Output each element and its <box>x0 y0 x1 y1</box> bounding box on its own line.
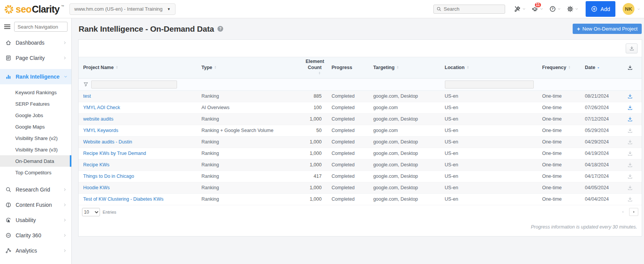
plus-icon: + <box>577 26 580 32</box>
document-icon <box>5 55 11 61</box>
sidebar-item-serp-features[interactable]: SERP Features <box>0 98 71 109</box>
date-cell: 04/18/2024 <box>580 159 617 171</box>
type-cell: Ranking <box>197 193 301 205</box>
tools-menu[interactable] <box>514 5 526 13</box>
settings-menu[interactable] <box>567 5 578 13</box>
download-cell <box>617 193 642 205</box>
date-cell: 04/17/2024 <box>580 171 617 182</box>
frequency-cell: One-time <box>538 102 580 113</box>
progress-update-note: Progress information is updated every 30… <box>79 219 642 236</box>
filter-row <box>79 78 642 90</box>
column-header-download[interactable] <box>617 57 642 79</box>
column-header-location[interactable]: Location <box>440 57 538 79</box>
domain-selector-label: www.hm.com (US-en) - Internal Training <box>74 6 163 12</box>
type-cell: Ranking <box>197 171 301 182</box>
project-name-cell: Hoodie KWs <box>79 182 197 193</box>
project-link[interactable]: Website audits - Dustin <box>83 139 132 145</box>
type-cell: AI Overviews <box>197 102 301 113</box>
brand-logo[interactable]: seo Clarity ™ <box>4 3 64 15</box>
project-link[interactable]: YMYL Keywords <box>83 128 118 133</box>
project-name-cell: Things to Do in Chicago <box>79 171 197 182</box>
targeting-cell: google.com, Desktop <box>369 148 440 159</box>
sidebar-item-page-clarity[interactable]: Page Clarity <box>0 50 71 66</box>
table-row: Recipe KWsRanking1,000Completedgoogle.co… <box>79 159 642 171</box>
entries-per-page-select[interactable]: 10 <box>82 208 100 216</box>
type-cell: Ranking <box>197 136 301 148</box>
hamburger-icon[interactable] <box>3 23 11 31</box>
table-row: Test of KW Clustering - Diabetes KWsRank… <box>79 193 642 205</box>
chevron-right-icon <box>63 41 67 45</box>
sidebar-search-input[interactable] <box>14 22 68 32</box>
project-name-filter-input[interactable] <box>91 80 177 89</box>
sidebar-item-research-grid[interactable]: Research Grid <box>0 182 71 197</box>
next-page-button[interactable] <box>629 208 638 216</box>
sidebar-item-on-demand-data[interactable]: On-Demand Data <box>0 155 71 167</box>
location-filter-input[interactable] <box>445 80 534 89</box>
analytics-icon <box>5 248 11 254</box>
filter-funnel-icon[interactable] <box>83 82 89 87</box>
chevron-right-icon <box>63 203 67 207</box>
sidebar-item-google-jobs[interactable]: Google Jobs <box>0 109 71 121</box>
project-link[interactable]: Test of KW Clustering - Diabetes KWs <box>83 196 163 202</box>
column-header-element-count[interactable]: Element Count <box>301 57 327 79</box>
sort-icon <box>465 65 470 70</box>
column-header-project-name[interactable]: Project Name <box>79 57 197 79</box>
chevron-down-icon <box>575 7 578 11</box>
column-header-frequency[interactable]: Frequency <box>538 57 580 79</box>
location-cell: US-en <box>440 193 538 205</box>
element-count-cell: 50 <box>301 125 327 136</box>
project-name-cell: Website audits - Dustin <box>79 136 197 148</box>
project-link[interactable]: Recipe KWs by True Demand <box>83 151 146 156</box>
column-header-date[interactable]: Date <box>580 57 617 79</box>
download-icon[interactable] <box>627 116 633 122</box>
project-link[interactable]: YMYL AOI Check <box>83 105 120 110</box>
sidebar-item-top-competitors[interactable]: Top Competitors <box>0 167 71 178</box>
sidebar-item-analytics[interactable]: Analytics <box>0 243 71 258</box>
help-menu[interactable]: ? <box>549 5 561 13</box>
new-on-demand-project-button[interactable]: + New On-Demand Project <box>573 24 642 34</box>
sidebar-item-content-fusion[interactable]: Content Fusion <box>0 197 71 212</box>
project-link[interactable]: website audits <box>83 116 113 122</box>
progress-cell: Completed <box>327 102 369 113</box>
column-header-label: Targeting <box>373 65 394 70</box>
clarity-360-icon: 360 <box>5 232 11 238</box>
avatar[interactable]: NK <box>623 3 634 15</box>
frequency-cell: One-time <box>538 125 580 136</box>
sidebar-item-google-maps[interactable]: Google Maps <box>0 121 71 132</box>
download-icon <box>627 127 633 134</box>
sidebar-item-dashboards[interactable]: Dashboards <box>0 35 71 50</box>
table-row: Things to Do in ChicagoRanking417Complet… <box>79 171 642 182</box>
bar-chart-icon <box>5 74 11 80</box>
announcements-menu[interactable]: 11 <box>531 5 543 13</box>
type-cell: Ranking <box>197 182 301 193</box>
sidebar-item-keyword-rankings[interactable]: Keyword Rankings <box>0 87 71 98</box>
type-cell: Ranking <box>197 113 301 125</box>
table-row: YMYL AOI CheckAI Overviews100Completedgo… <box>79 102 642 113</box>
column-header-targeting[interactable]: Targeting <box>369 57 440 79</box>
project-link[interactable]: Hoodie KWs <box>83 185 109 190</box>
add-button[interactable]: Add <box>586 1 615 17</box>
download-cell <box>617 136 642 148</box>
search-icon <box>5 187 11 193</box>
frequency-cell: One-time <box>538 182 580 193</box>
project-link[interactable]: test <box>83 93 91 99</box>
sidebar-item-visibility-share-v2[interactable]: Visibility Share (v2) <box>0 132 71 144</box>
project-link[interactable]: Things to Do in Chicago <box>83 174 134 179</box>
download-icon[interactable] <box>627 105 633 111</box>
projects-table: Project NameTypeElement CountProgressTar… <box>79 57 642 205</box>
sidebar-item-clarity-360[interactable]: 360Clarity 360 <box>0 228 71 243</box>
sidebar-item-visibility-share-v3[interactable]: Visibility Share (v3) <box>0 144 71 155</box>
column-header-type[interactable]: Type <box>197 57 301 79</box>
table-row: website auditsRanking1,000Completedgoogl… <box>79 113 642 125</box>
page-help-icon[interactable]: ? <box>217 26 223 32</box>
sidebar-item-usability[interactable]: Usability <box>0 212 71 228</box>
download-icon[interactable] <box>627 93 633 99</box>
export-table-button[interactable] <box>626 43 638 53</box>
progress-cell: Completed <box>327 182 369 193</box>
frequency-cell: One-time <box>538 90 580 102</box>
global-search-input[interactable] <box>444 6 502 12</box>
domain-selector[interactable]: www.hm.com (US-en) - Internal Training ▼ <box>69 3 175 15</box>
chevron-right-icon <box>63 56 67 60</box>
sidebar-item-rank-intelligence[interactable]: Rank Intelligence <box>0 69 71 84</box>
project-link[interactable]: Recipe KWs <box>83 162 109 167</box>
